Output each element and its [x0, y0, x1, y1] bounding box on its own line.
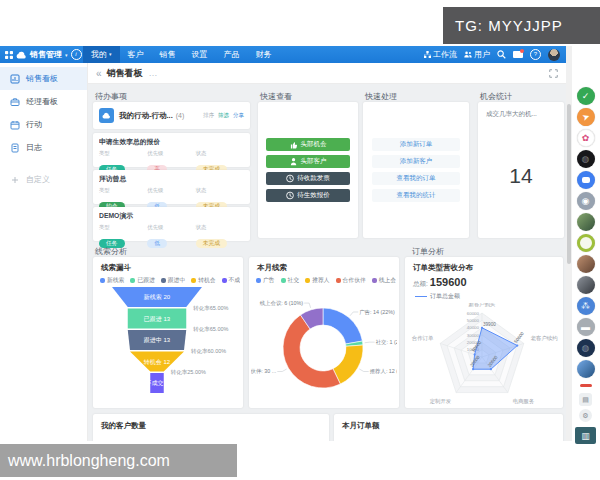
legend-item[interactable]: 新线索 [100, 276, 124, 285]
tab-label: 客户 [128, 46, 144, 63]
sidebar-item-1[interactable]: 销售看板 [0, 67, 87, 90]
info-icon[interactable]: i [71, 49, 82, 60]
notes-mini-icon[interactable]: ▤ [579, 393, 592, 406]
legend-item[interactable]: 跟进中 [161, 276, 185, 285]
todo-item[interactable]: DEMO演示类型任务优先级低状态未完成 [93, 207, 250, 241]
legend-dot-icon [130, 278, 135, 283]
tab-2[interactable]: 客户 [120, 46, 152, 63]
todo-field-label: 类型 [99, 224, 147, 231]
todo-group-link[interactable]: 排序 [203, 112, 214, 119]
todo-item-title: DEMO演示 [99, 211, 244, 221]
chat-app-icon[interactable] [577, 171, 595, 189]
svg-text:合作订单: 合作订单 [412, 335, 434, 342]
legend-item[interactable]: 社交 [281, 276, 300, 285]
quick-view-button-2[interactable]: 头部客户 [266, 155, 350, 168]
svg-text:跟进中 13: 跟进中 13 [144, 337, 171, 344]
workflow-icon [424, 51, 431, 58]
flower-app-icon[interactable]: ✿ [577, 129, 595, 147]
todo-field-label: 状态 [196, 187, 244, 194]
lead-funnel-card: 线索漏斗 新线索已跟进跟进中转机会不成交 新线索 20转化率65.00%已跟进 … [93, 257, 243, 408]
journal-icon [10, 143, 20, 153]
watermark-top: TG: MYYJJPP [443, 7, 600, 44]
box-app-icon[interactable]: ▬ [577, 318, 595, 336]
sidebar-item-4[interactable]: 日志 [0, 136, 87, 159]
legend-item[interactable]: 广告 [256, 276, 275, 285]
radar-legend[interactable]: 订单总金额 [415, 292, 460, 301]
quick-view-button-3[interactable]: 待收款发票 [266, 172, 350, 185]
avatar-photo-2[interactable] [577, 255, 595, 273]
navbar-app-area[interactable]: 销售管理 ▾ i [0, 49, 83, 60]
legend-dot-icon [191, 278, 196, 283]
legend-item[interactable]: 推荐人 [305, 276, 329, 285]
manager-board-icon [10, 97, 20, 107]
globe-app-icon[interactable]: ◍ [577, 339, 595, 357]
svg-text:线上会议: 6 (10%): 线上会议: 6 (10%) [260, 300, 304, 306]
todo-field-priority: 优先级低 [147, 224, 195, 249]
bell-app-icon[interactable]: ◉ [577, 192, 595, 210]
apps-grid-icon[interactable] [5, 51, 13, 59]
dock-widget-icon[interactable]: ▥ [575, 427, 596, 444]
avatar-photo-3[interactable] [577, 276, 595, 294]
donut-title: 本月线索 [257, 263, 287, 273]
thumb-up-icon [290, 140, 298, 149]
collapse-icon[interactable]: « [96, 68, 102, 79]
todo-item-title: 拜访曾总 [99, 174, 244, 184]
donut-chart: 广告: 14 (22%)社交: 1 (2%)推荐人: 12 (19...合作伙伴… [251, 286, 397, 404]
svg-text:50000: 50000 [467, 318, 480, 323]
tab-3[interactable]: 销售 [152, 46, 184, 63]
tab-5[interactable]: 产品 [216, 46, 248, 63]
tab-4[interactable]: 设置 [184, 46, 216, 63]
legend-line-icon [415, 296, 427, 297]
my-customers-card: 我的客户数量 [93, 414, 329, 441]
quick-action-link-1[interactable]: 添加新订单 [372, 138, 460, 151]
navbar-right: 工作流 用户 ? [424, 49, 566, 61]
legend-item[interactable]: 合作伙伴 [336, 276, 366, 285]
search-icon[interactable] [497, 50, 506, 59]
opportunity-section-label: 机会统计 [480, 91, 512, 102]
workflow-button[interactable]: 工作流 [424, 49, 457, 60]
tab-6[interactable]: 财务 [248, 46, 280, 63]
todo-group-card[interactable]: 我的行动-行动... (4) 排序筛选分享 [93, 102, 250, 129]
todo-field-label: 优先级 [147, 187, 195, 194]
todo-group-link[interactable]: 分享 [233, 112, 244, 119]
user-avatar[interactable] [548, 49, 560, 61]
quick-view-button-label: 待生效报价 [297, 191, 330, 200]
quick-action-link-2[interactable]: 添加新客户 [372, 155, 460, 168]
todo-group-count: (4) [176, 112, 185, 119]
more-menu-icon[interactable]: … [149, 68, 159, 78]
avatar-photo-4[interactable] [577, 360, 595, 378]
quick-view-button-1[interactable]: 头部机会 [266, 138, 350, 151]
share-tree-app-icon[interactable]: ⁂ [577, 297, 595, 315]
legend-item[interactable]: 已跟进 [130, 276, 154, 285]
settings-mini-icon[interactable]: ⚙ [579, 409, 592, 422]
dark-sphere-app-icon[interactable]: ◍ [577, 150, 595, 168]
logo-ring-app-icon[interactable] [577, 234, 595, 252]
app-switch-caret-icon[interactable]: ▾ [65, 52, 68, 58]
users-button[interactable]: 用户 [464, 49, 490, 60]
notification-icon[interactable] [513, 51, 523, 58]
tab-1[interactable]: 我的▾ [83, 46, 120, 63]
todo-item[interactable]: 申请生效李总的报价类型任务优先级高状态未完成 [93, 133, 250, 167]
legend-item[interactable]: 不成交 [222, 276, 240, 285]
sidebar-item-5[interactable]: 自定义 [0, 168, 87, 191]
funnel-legend: 新线索已跟进跟进中转机会不成交 [100, 276, 240, 285]
sidebar-item-2[interactable]: 经理看板 [0, 90, 87, 113]
sidebar-item-3[interactable]: 行动 [0, 113, 87, 136]
avatar-photo-1[interactable] [577, 213, 595, 231]
check-app-icon[interactable]: ✓ [577, 87, 595, 105]
watermark-bottom: www.hrblongheng.com [0, 444, 237, 477]
todo-field-label: 状态 [196, 150, 244, 157]
legend-item[interactable]: 转机会 [191, 276, 215, 285]
users-icon [464, 51, 472, 58]
quick-view-button-4[interactable]: 待生效报价 [266, 189, 350, 202]
quick-action-link-4[interactable]: 查看我的统计 [372, 189, 460, 202]
help-icon[interactable]: ? [530, 49, 541, 60]
radar-chart: 0100002000030000400005000060000新客户购买老客户续… [408, 303, 560, 405]
fullscreen-icon[interactable] [549, 69, 558, 78]
todo-item[interactable]: 拜访曾总类型约会优先级低状态未完成 [93, 170, 250, 204]
pie-slice[interactable] [323, 308, 362, 344]
legend-item[interactable]: 线上会议 [372, 276, 396, 285]
send-app-icon[interactable]: ➤ [574, 105, 597, 128]
quick-action-link-3[interactable]: 查看我的订单 [372, 172, 460, 185]
todo-group-link[interactable]: 筛选 [218, 112, 229, 119]
